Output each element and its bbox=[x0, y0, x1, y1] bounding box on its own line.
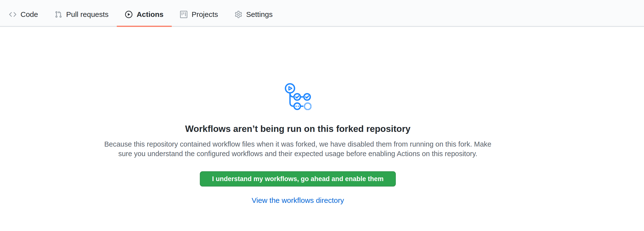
enable-button-row: I understand my workflows, go ahead and … bbox=[0, 159, 596, 186]
empty-state-description-line1: Because this repository contained workfl… bbox=[0, 139, 596, 149]
actions-disabled-blankslate: Workflows aren’t being run on this forke… bbox=[0, 27, 596, 206]
tab-pull-requests-label: Pull requests bbox=[66, 11, 108, 18]
tab-actions-label: Actions bbox=[136, 11, 164, 18]
enable-workflows-button[interactable]: I understand my workflows, go ahead and … bbox=[200, 171, 396, 186]
workflows-link-row: View the workflows directory bbox=[0, 195, 596, 206]
empty-state-description-line2: sure you understand the configured workf… bbox=[0, 149, 596, 159]
tab-actions[interactable]: Actions bbox=[117, 0, 172, 26]
repo-tab-nav: Code Pull requests Actions Projects Sett… bbox=[0, 0, 644, 27]
gear-icon bbox=[235, 11, 242, 18]
tab-settings-label: Settings bbox=[246, 11, 273, 18]
tab-pull-requests[interactable]: Pull requests bbox=[46, 0, 117, 26]
empty-state-description: Because this repository contained workfl… bbox=[0, 139, 596, 159]
tab-projects-label: Projects bbox=[192, 11, 218, 18]
workflow-illustration-icon bbox=[284, 83, 312, 110]
tab-settings[interactable]: Settings bbox=[226, 0, 281, 26]
play-circle-icon bbox=[125, 11, 132, 18]
code-icon bbox=[9, 11, 16, 18]
tab-code-label: Code bbox=[20, 11, 38, 18]
git-pull-request-icon bbox=[55, 11, 62, 18]
view-workflows-directory-link[interactable]: View the workflows directory bbox=[252, 196, 344, 204]
project-icon bbox=[180, 11, 188, 18]
tab-code[interactable]: Code bbox=[1, 0, 46, 26]
empty-state-title: Workflows aren’t being run on this forke… bbox=[0, 123, 596, 135]
tab-projects[interactable]: Projects bbox=[172, 0, 226, 26]
